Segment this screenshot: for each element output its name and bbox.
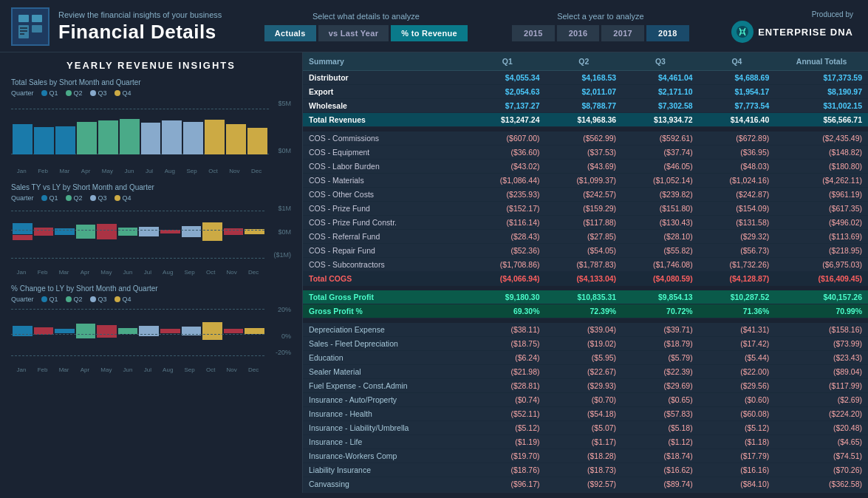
cell-label: Fuel Expense - Const.Admin xyxy=(303,379,469,393)
table-row: Insurance - Life ($1.19) ($1.17) ($1.12)… xyxy=(303,435,868,449)
cell-q2: ($5.07) xyxy=(546,421,623,435)
gross-pct-q3: 70.72% xyxy=(622,304,699,318)
q3-dot xyxy=(90,90,96,96)
cell-q1: ($52.36) xyxy=(469,244,546,258)
cell-q2: ($1,787.83) xyxy=(546,258,623,272)
c3-may: May xyxy=(100,366,112,373)
cell-q1: ($116.14) xyxy=(469,216,546,230)
cell-q3: $7,302.58 xyxy=(622,99,699,113)
c3-bar-may xyxy=(97,306,117,356)
year-2015-button[interactable]: 2015 xyxy=(512,25,555,41)
enterprise-dna-text: ENTERPRISE DNA xyxy=(758,27,853,38)
bar2-oct-pos xyxy=(202,222,222,242)
cell-q3: ($55.82) xyxy=(622,244,699,258)
chart1-area: $5M $0M xyxy=(11,100,291,166)
chart1-x-axis: Jan Feb Mar Apr May Jun Jul Aug Sep Oct … xyxy=(11,168,291,174)
month-sep: Sep xyxy=(186,168,197,174)
cell-label: Education xyxy=(303,351,469,365)
year-2017-button[interactable]: 2017 xyxy=(601,25,644,41)
bar2-aug xyxy=(160,205,180,259)
c2-q2-dot xyxy=(66,195,72,201)
table-container[interactable]: Summary Q1 Q2 Q3 Q4 Annual Totals Distri… xyxy=(303,52,868,493)
cell-annual: ($2,435.49) xyxy=(775,132,868,146)
c3-bar-jan xyxy=(13,306,33,356)
chart2-mid-line xyxy=(11,230,264,231)
bar2-oct xyxy=(202,205,222,259)
col-summary: Summary xyxy=(303,52,469,71)
yearly-revenue-title: YEARLY REVENUE INSIGHTS xyxy=(11,60,291,71)
bar2-mar xyxy=(55,205,75,259)
cell-q4: ($242.87) xyxy=(699,188,776,202)
bar-feb xyxy=(34,127,54,154)
cell-annual: ($4.65) xyxy=(775,435,868,449)
table-row: COS - Referral Fund ($28.43) ($27.85) ($… xyxy=(303,230,868,244)
c2-nov: Nov xyxy=(227,269,237,276)
header-text: Review the financial insights of your bu… xyxy=(58,10,222,44)
c2-oct: Oct xyxy=(206,269,215,276)
pct-revenue-button[interactable]: % to Revenue xyxy=(391,25,468,41)
cell-label: COS - Materials xyxy=(303,174,469,188)
cell-label: Export xyxy=(303,85,469,99)
c3-bar-jul-pos xyxy=(139,326,159,337)
vs-last-year-button[interactable]: vs Last Year xyxy=(318,25,389,41)
c3-bar-jan-pos xyxy=(13,326,33,336)
year-2016-button[interactable]: 2016 xyxy=(557,25,600,41)
c2-legend-q3: Q3 xyxy=(90,194,107,202)
c3-jan: Jan xyxy=(17,366,27,373)
table-row: Insurance - Health ($52.11) ($54.18) ($5… xyxy=(303,407,868,421)
chart2-bot-line xyxy=(11,258,264,259)
c3-bar-feb xyxy=(34,306,54,356)
c3-q3-dot xyxy=(90,296,96,302)
cell-q1: ($607.00) xyxy=(469,132,546,146)
chart2-section: Sales TY vs LY by Short Month and Quarte… xyxy=(11,183,291,276)
bar2-feb-neg xyxy=(34,228,54,236)
c2-q1-text: Q1 xyxy=(49,194,58,202)
cell-q2: ($562.99) xyxy=(546,132,623,146)
bar2-jan xyxy=(13,205,33,259)
total-cogs-q1: ($4,066.94) xyxy=(469,272,546,286)
cell-q4: ($5.44) xyxy=(699,351,776,365)
c3-bar-jun xyxy=(118,306,138,356)
chart1-section: Total Sales by Short Month and Quarter Q… xyxy=(11,78,291,174)
q3-label: Q3 xyxy=(98,89,107,97)
cell-q4: ($16.16) xyxy=(699,463,776,477)
produced-by-section: Produced by ENTERPRISE DNA xyxy=(731,10,853,43)
year-2018-button[interactable]: 2018 xyxy=(646,25,689,41)
c3-nov: Nov xyxy=(227,366,237,373)
app-icon xyxy=(11,7,49,46)
c3-bar-apr-pos xyxy=(76,324,96,338)
cell-q4: ($0.60) xyxy=(699,393,776,407)
cell-label: Distributor xyxy=(303,71,469,85)
gross-profit-q2: $10,835.31 xyxy=(546,290,623,304)
cell-q1: $4,055.34 xyxy=(469,71,546,85)
main-content: YEARLY REVENUE INSIGHTS Total Sales by S… xyxy=(0,52,868,493)
cell-q4: ($5.12) xyxy=(699,421,776,435)
cell-q1: ($6.24) xyxy=(469,351,546,365)
cell-q3: ($18.74) xyxy=(622,449,699,463)
chart3-legend: Quarter Q1 Q2 Q3 Q4 xyxy=(11,296,291,303)
cell-q4: ($672.89) xyxy=(699,132,776,146)
actuals-button[interactable]: Actuals xyxy=(264,25,316,41)
table-row: Export $2,054.63 $2,011.07 $2,171.10 $1,… xyxy=(303,85,868,99)
c2-q3-text: Q3 xyxy=(98,194,107,202)
svg-point-7 xyxy=(737,26,748,38)
gross-pct-q2: 72.39% xyxy=(546,304,623,318)
total-revenue-q2: $14,968.36 xyxy=(546,113,623,127)
bar2-feb xyxy=(34,205,54,259)
cell-annual: $17,373.59 xyxy=(775,71,868,85)
bar2-jan-neg xyxy=(13,235,33,240)
cell-annual: ($158.16) xyxy=(775,323,868,337)
chart2-y-pos: $1M xyxy=(278,205,291,212)
c2-q4-text: Q4 xyxy=(123,194,131,202)
c3-jun: Jun xyxy=(123,366,133,373)
cell-q2: ($0.70) xyxy=(546,393,623,407)
cell-q3: ($120.62) xyxy=(622,491,699,494)
table-row: COS - Materials ($1,086.44) ($1,099.37) … xyxy=(303,174,868,188)
cell-annual: ($20.48) xyxy=(775,421,868,435)
cell-label: COS - Equipment xyxy=(303,146,469,160)
cell-label: COS - Labor Burden xyxy=(303,160,469,174)
gross-profit-label: Total Gross Profit xyxy=(303,290,469,304)
cell-q3: ($29.69) xyxy=(622,379,699,393)
month-jan: Jan xyxy=(17,168,27,174)
year-section: Select a year to analyze 2015 2016 2017 … xyxy=(512,12,689,41)
